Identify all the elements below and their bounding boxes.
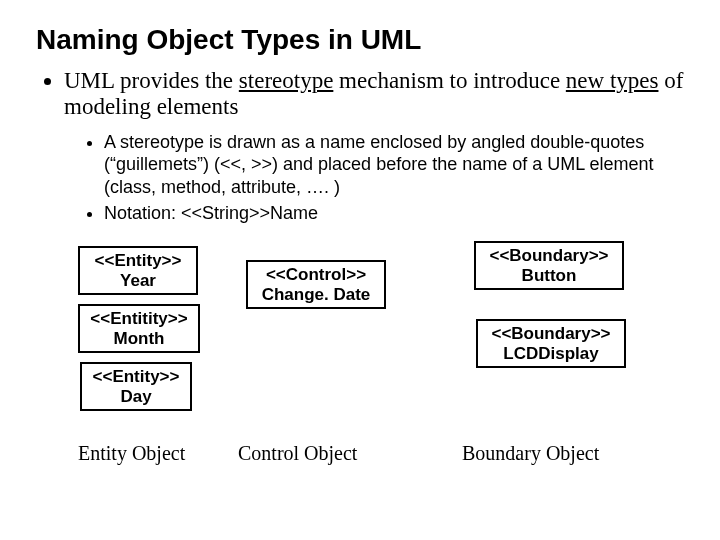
box-control-changedate: <<Control>> Change. Date <box>246 260 386 309</box>
class-name: Button <box>484 266 614 286</box>
box-entity-month: <<Entitity>> Month <box>78 304 200 353</box>
caption-boundary: Boundary Object <box>462 442 599 465</box>
slide: Naming Object Types in UML UML provides … <box>0 0 720 540</box>
bullet-main: UML provides the stereotype mechanism to… <box>64 68 686 225</box>
box-entity-day: <<Entity>> Day <box>80 362 192 411</box>
text: UML provides the <box>64 68 239 93</box>
caption-entity: Entity Object <box>78 442 185 465</box>
class-name: Day <box>90 387 182 407</box>
underline-newtypes: new types <box>566 68 659 93</box>
stereotype-label: <<Boundary>> <box>486 324 616 344</box>
class-name: LCDDisplay <box>486 344 616 364</box>
box-boundary-button: <<Boundary>> Button <box>474 241 624 290</box>
stereotype-label: <<Entity>> <box>88 251 188 271</box>
class-name: Year <box>88 271 188 291</box>
box-boundary-lcddisplay: <<Boundary>> LCDDisplay <box>476 319 626 368</box>
box-entity-year: <<Entity>> Year <box>78 246 198 295</box>
stereotype-label: <<Entity>> <box>90 367 182 387</box>
text: mechanism to introduce <box>333 68 566 93</box>
stereotype-label: <<Boundary>> <box>484 246 614 266</box>
sub-bullet-2: Notation: <<String>>Name <box>104 202 686 225</box>
sub-bullet-list: A stereotype is drawn as a name enclosed… <box>82 131 686 225</box>
slide-title: Naming Object Types in UML <box>36 24 686 56</box>
class-name: Month <box>88 329 190 349</box>
sub-bullet-1: A stereotype is drawn as a name enclosed… <box>104 131 686 199</box>
stereotype-label: <<Control>> <box>256 265 376 285</box>
caption-control: Control Object <box>238 442 357 465</box>
underline-stereotype: stereotype <box>239 68 334 93</box>
class-name: Change. Date <box>256 285 376 305</box>
bullet-list: UML provides the stereotype mechanism to… <box>40 68 686 225</box>
diagram-area: <<Entity>> Year <<Entitity>> Month <<Ent… <box>78 246 668 506</box>
stereotype-label: <<Entitity>> <box>88 309 190 329</box>
